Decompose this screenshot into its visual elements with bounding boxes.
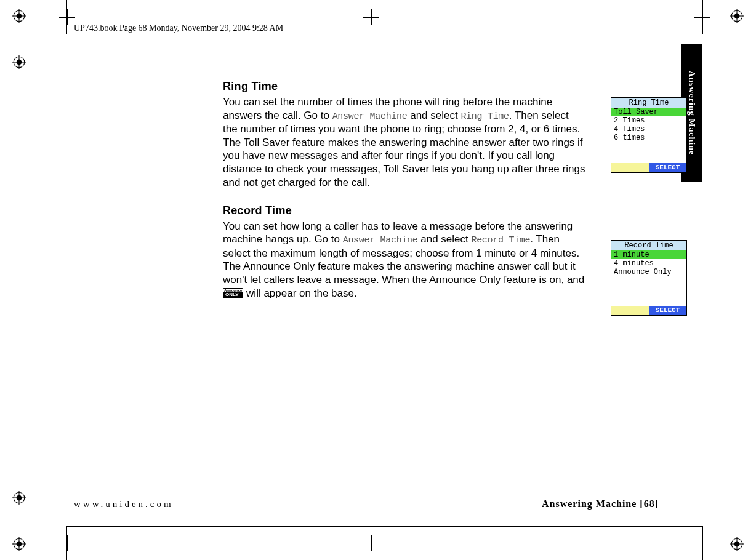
lcd-item: Announce Only xyxy=(611,268,686,276)
lcd-item: 4 minutes xyxy=(611,259,686,268)
text: will appear on the base. xyxy=(246,287,357,299)
paragraph-record-time: You can set how long a caller has to lea… xyxy=(223,220,586,300)
lcd-title: Ring Time xyxy=(611,98,686,108)
lcd-item-selected: 1 minute xyxy=(611,250,686,259)
rule xyxy=(66,526,702,527)
heading-ring-time: Ring Time xyxy=(223,80,586,93)
lcd-item: 2 Times xyxy=(611,116,686,125)
footer-page-label: Answering Machine [68] xyxy=(542,498,659,510)
lcd-softkey-left xyxy=(611,306,649,315)
lcd-item: 6 times xyxy=(611,134,686,142)
page-header: UP743.book Page 68 Monday, November 29, … xyxy=(74,23,283,33)
rule xyxy=(66,526,67,560)
crop-mark-icon xyxy=(59,535,75,551)
content-area: Ring Time You can set the number of time… xyxy=(223,80,586,315)
rule xyxy=(371,0,371,34)
lcd-softkey-right: SELECT xyxy=(649,163,686,172)
announce-only-icon: AnnounceONLY xyxy=(223,288,243,298)
menu-path-inline: Answer Machine xyxy=(332,111,408,122)
reg-circle-icon xyxy=(12,55,26,69)
reg-circle-icon xyxy=(730,537,744,551)
heading-record-time: Record Time xyxy=(223,204,586,217)
lcd-record-time: Record Time 1 minute 4 minutes Announce … xyxy=(611,240,687,316)
footer-url: www.uniden.com xyxy=(74,499,174,510)
reg-circle-icon xyxy=(12,491,26,505)
menu-path-inline: Answer Machine xyxy=(343,235,418,246)
reg-circle-icon xyxy=(730,9,744,23)
lcd-softkey-right: SELECT xyxy=(649,306,686,315)
crop-mark-icon xyxy=(363,535,379,551)
crop-mark-icon xyxy=(363,9,379,25)
crop-mark-icon xyxy=(59,9,75,25)
menu-path-inline: Record Time xyxy=(471,235,530,246)
lcd-ring-time: Ring Time Toll Saver 2 Times 4 Times 6 t… xyxy=(611,97,687,173)
lcd-item: 4 Times xyxy=(611,125,686,134)
lcd-item-selected: Toll Saver xyxy=(611,108,686,116)
lcd-title: Record Time xyxy=(611,241,686,250)
rule xyxy=(66,0,67,34)
text: and select xyxy=(407,110,460,121)
reg-circle-icon xyxy=(12,537,26,551)
paragraph-ring-time: You can set the number of times the phon… xyxy=(223,95,586,190)
menu-path-inline: Ring Time xyxy=(460,111,509,122)
text: and select xyxy=(418,233,472,245)
rule xyxy=(702,526,703,560)
reg-circle-icon xyxy=(12,9,26,23)
lcd-softkey-left xyxy=(611,163,649,172)
rule xyxy=(66,34,702,34)
rule xyxy=(702,0,703,34)
rule xyxy=(371,526,371,560)
